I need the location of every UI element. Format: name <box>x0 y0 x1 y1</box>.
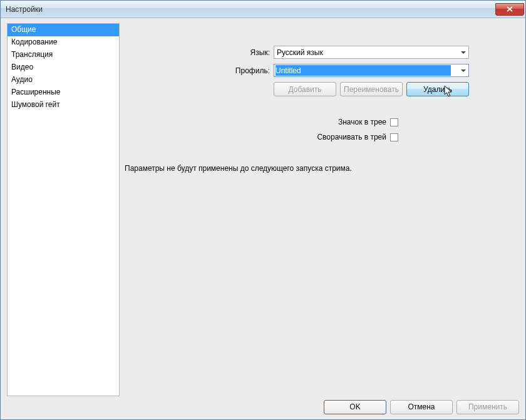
language-row: Язык: Русский язык <box>125 46 519 59</box>
sidebar-item-label: Аудио <box>11 75 33 84</box>
profile-buttons: Добавить Переименовать Удалить <box>274 82 519 96</box>
cancel-button[interactable]: Отмена <box>390 400 453 414</box>
close-button[interactable] <box>495 3 524 16</box>
content-area: Общие Кодирование Трансляция Видео Аудио… <box>1 18 525 399</box>
profile-input[interactable] <box>276 65 451 76</box>
profile-combobox[interactable] <box>274 64 469 77</box>
button-label: Добавить <box>288 85 321 94</box>
profile-row: Профиль: <box>125 64 519 77</box>
main-panel: Язык: Русский язык Профиль: Добавить <box>125 23 519 397</box>
sidebar-item-label: Видео <box>11 63 33 71</box>
button-label: Удалить <box>423 85 452 94</box>
sidebar-item-label: Расширенные <box>11 88 61 96</box>
ok-button[interactable]: OK <box>324 400 386 414</box>
language-label: Язык: <box>125 48 274 57</box>
sidebar-item-general[interactable]: Общие <box>8 24 119 36</box>
button-label: Применить <box>468 402 507 411</box>
sidebar-item-label: Шумовой гейт <box>11 100 60 109</box>
rename-button[interactable]: Переименовать <box>340 82 403 96</box>
sidebar-item-video[interactable]: Видео <box>8 61 119 74</box>
window-title: Настройки <box>6 5 43 14</box>
tray-icon-checkbox[interactable] <box>390 118 398 126</box>
language-select[interactable]: Русский язык <box>274 46 469 59</box>
sidebar: Общие Кодирование Трансляция Видео Аудио… <box>7 23 120 396</box>
sidebar-item-label: Кодирование <box>11 38 57 46</box>
button-label: Отмена <box>408 402 435 411</box>
titlebar: Настройки <box>1 1 525 18</box>
sidebar-item-encoding[interactable]: Кодирование <box>8 36 119 49</box>
minimize-tray-row: Сворачивать в трей <box>125 133 519 141</box>
apply-button[interactable]: Применить <box>456 400 519 414</box>
minimize-tray-label: Сворачивать в трей <box>125 133 390 141</box>
sidebar-item-broadcast[interactable]: Трансляция <box>8 49 119 61</box>
add-button[interactable]: Добавить <box>274 82 336 96</box>
close-icon <box>507 6 513 12</box>
form: Язык: Русский язык Профиль: Добавить <box>125 46 519 173</box>
button-label: Переименовать <box>344 85 399 94</box>
language-value: Русский язык <box>277 48 323 57</box>
tray-icon-row: Значок в трее <box>125 118 519 126</box>
minimize-tray-checkbox[interactable] <box>390 133 398 141</box>
dialog-footer: OK Отмена Применить <box>1 399 525 419</box>
settings-window: Настройки Общие Кодирование Трансляция В… <box>0 0 526 420</box>
sidebar-item-label: Трансляция <box>11 50 53 59</box>
button-label: OK <box>349 402 360 411</box>
chevron-down-icon <box>461 51 466 54</box>
sidebar-item-noise-gate[interactable]: Шумовой гейт <box>8 99 119 111</box>
delete-button[interactable]: Удалить <box>406 82 469 96</box>
sidebar-item-audio[interactable]: Аудио <box>8 74 119 86</box>
restart-note: Параметры не будут применены до следующе… <box>125 164 519 173</box>
chevron-down-icon <box>461 69 466 72</box>
profile-label: Профиль: <box>125 66 274 75</box>
sidebar-item-label: Общие <box>11 25 36 34</box>
tray-icon-label: Значок в трее <box>125 118 390 126</box>
sidebar-item-advanced[interactable]: Расширенные <box>8 86 119 99</box>
